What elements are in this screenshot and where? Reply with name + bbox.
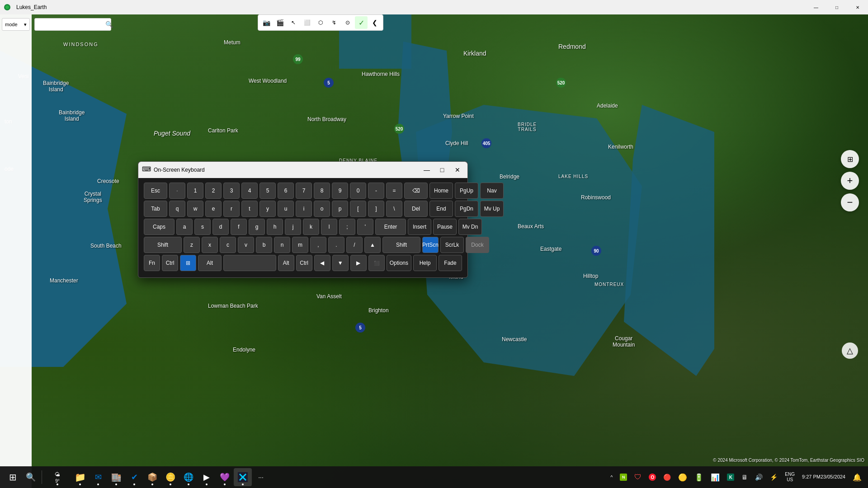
key-fn[interactable]: Fn (144, 255, 160, 271)
tray-power[interactable]: ⚡ (767, 472, 780, 483)
key-8[interactable]: 8 (314, 183, 330, 199)
key-o[interactable]: o (314, 201, 330, 217)
key-mv-dn[interactable]: Mv Dn (458, 219, 482, 235)
key-slash[interactable]: / (346, 237, 363, 253)
key-win[interactable]: ⊞ (180, 255, 196, 271)
key-z[interactable]: z (184, 237, 200, 253)
key-enter[interactable]: Enter (375, 219, 406, 235)
key-r[interactable]: r (223, 201, 240, 217)
osk-minimize[interactable]: — (420, 165, 433, 174)
key-tab[interactable]: Tab (144, 201, 167, 217)
start-button[interactable]: ⊞ (4, 468, 22, 486)
key-pgdn[interactable]: PgDn (455, 201, 478, 217)
key-ctrl-r[interactable]: Ctrl (296, 255, 312, 271)
tray-volume[interactable]: 🔊 (752, 472, 765, 483)
key-prtscn[interactable]: PrtScn (422, 237, 439, 253)
key-x[interactable]: x (202, 237, 218, 253)
key-e[interactable]: e (205, 201, 222, 217)
key-w[interactable]: w (187, 201, 203, 217)
tray-network[interactable]: 🖥 (739, 472, 750, 483)
minimize-button[interactable]: — (806, 0, 826, 14)
taskbar-weather[interactable]: 🌤 9° (44, 468, 71, 486)
key-y[interactable]: y (259, 201, 276, 217)
toolbar-circle[interactable]: ⊙ (341, 16, 354, 29)
toolbar-back[interactable]: ❮ (368, 16, 381, 29)
close-button[interactable]: ✕ (847, 0, 868, 14)
toolbar-polygon[interactable]: ⬡ (314, 16, 327, 29)
key-i[interactable]: i (296, 201, 312, 217)
mode-dropdown[interactable]: mode ▾ (2, 18, 30, 31)
key-b[interactable]: b (256, 237, 272, 253)
taskbar-files[interactable]: 🏬 (107, 468, 125, 486)
key-backspace[interactable]: ⌫ (404, 183, 428, 199)
key-alt-l[interactable]: Alt (198, 255, 222, 271)
toolbar-rectangle[interactable]: ⬜ (301, 16, 313, 29)
key-nav[interactable]: Nav (480, 183, 504, 199)
zoom-out-button[interactable]: − (841, 193, 859, 211)
key-minus[interactable]: - (368, 183, 384, 199)
taskbar-edge[interactable]: 🌐 (179, 468, 198, 486)
toolbar-select[interactable]: ↖ (287, 16, 300, 29)
key-0[interactable]: 0 (350, 183, 366, 199)
key-help[interactable]: Help (413, 255, 437, 271)
key-down-arrow[interactable]: ▼ (332, 255, 349, 271)
tray-notification[interactable]: 🔔 (850, 471, 864, 483)
taskbar-overflow[interactable]: ··· (252, 468, 270, 486)
key-context[interactable]: ⬛ (368, 255, 385, 271)
key-left-arrow[interactable]: ◀ (314, 255, 330, 271)
key-2[interactable]: 2 (205, 183, 222, 199)
osk-restore[interactable]: □ (436, 165, 448, 174)
key-right-arrow[interactable]: ▶ (350, 255, 367, 271)
key-g[interactable]: g (249, 219, 265, 235)
key-l[interactable]: l (321, 219, 337, 235)
key-t[interactable]: t (241, 201, 258, 217)
zoom-in-button[interactable]: + (841, 172, 859, 190)
key-up-arrow[interactable]: ▲ (364, 237, 381, 253)
key-9[interactable]: 9 (332, 183, 348, 199)
key-rbracket[interactable]: ] (368, 201, 384, 217)
key-q[interactable]: q (169, 201, 185, 217)
key-p[interactable]: p (332, 201, 348, 217)
key-fade[interactable]: Fade (439, 255, 462, 271)
key-v[interactable]: v (238, 237, 254, 253)
grid-button[interactable]: ⊞ (841, 150, 859, 168)
key-f[interactable]: f (231, 219, 247, 235)
taskbar-vs[interactable]: 💜 (216, 468, 234, 486)
toolbar-path[interactable]: ↯ (328, 16, 340, 29)
key-backslash[interactable]: \ (386, 201, 402, 217)
tray-expand-hidden[interactable]: ^ (608, 473, 615, 482)
key-insert[interactable]: Insert (408, 219, 431, 235)
key-j[interactable]: j (285, 219, 301, 235)
key-7[interactable]: 7 (296, 183, 312, 199)
taskbar-search[interactable]: 🔍 (22, 468, 40, 486)
key-4[interactable]: 4 (241, 183, 258, 199)
tray-app2[interactable]: 📊 (708, 471, 722, 483)
tray-antivirus[interactable]: 🛡 (632, 471, 644, 483)
search-icon[interactable]: 🔍 (105, 21, 113, 28)
key-quote[interactable]: ' (357, 219, 373, 235)
key-space[interactable] (223, 255, 276, 271)
key-ctrl-l[interactable]: Ctrl (162, 255, 178, 271)
key-s[interactable]: s (194, 219, 211, 235)
tray-nvidia[interactable]: N (617, 472, 630, 483)
taskbar-todo[interactable]: ✔ (125, 468, 143, 486)
key-pause[interactable]: Pause (433, 219, 457, 235)
key-c[interactable]: c (220, 237, 236, 253)
toolbar-confirm[interactable]: ✓ (355, 16, 368, 29)
taskbar-explorer[interactable]: 📁 (71, 468, 89, 486)
taskbar-lukes-earth[interactable] (234, 468, 252, 486)
tray-ime[interactable]: ENGUS (782, 470, 797, 484)
key-options[interactable]: Options (387, 255, 411, 271)
tray-opera[interactable]: O (646, 472, 659, 483)
key-1[interactable]: 1 (187, 183, 203, 199)
key-lbracket[interactable]: [ (350, 201, 366, 217)
key-d[interactable]: d (212, 219, 229, 235)
tray-malware[interactable]: 🔴 (660, 472, 674, 483)
compass-button[interactable]: △ (842, 343, 858, 359)
key-3[interactable]: 3 (223, 183, 240, 199)
key-k[interactable]: k (303, 219, 319, 235)
key-caps[interactable]: Caps (144, 219, 175, 235)
maximize-button[interactable]: □ (826, 0, 847, 14)
key-comma[interactable]: , (310, 237, 326, 253)
toolbar-video[interactable]: 🎬 (274, 16, 286, 29)
